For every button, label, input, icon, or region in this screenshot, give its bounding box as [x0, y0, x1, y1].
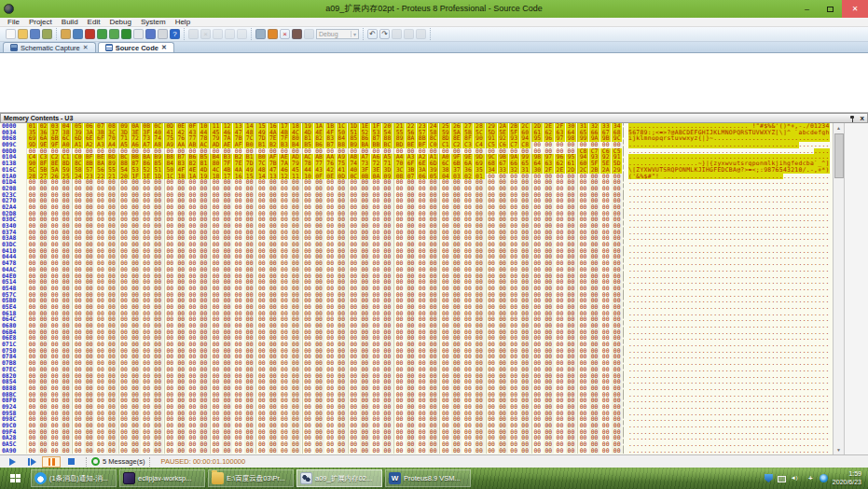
start-button[interactable] [3, 468, 28, 489]
taskbar-item-label: Proteus8.9 VSM... [404, 474, 461, 482]
memory-ascii: ........................................… [628, 273, 832, 280]
menu-item-edit[interactable]: Edit [83, 18, 105, 27]
memory-ascii: ........................................… [628, 398, 832, 404]
messages-label[interactable]: 5 Message(s) [103, 457, 145, 466]
gerber-viewer-icon[interactable] [109, 29, 119, 39]
clock[interactable]: 1:59 2020/6/23 [833, 470, 861, 486]
taskbar-item-4[interactable]: a09_扩展内存02... [296, 469, 382, 487]
memory-byte: 00 [462, 448, 473, 454]
tab-close-icon[interactable]: ✕ [83, 44, 89, 51]
memory-scrollbar[interactable]: ▲ ▼ [833, 123, 844, 454]
step-icon [28, 458, 36, 466]
home-icon[interactable] [61, 29, 71, 39]
pcb-layout-icon[interactable] [85, 29, 95, 39]
taskbar-item-2[interactable]: eclipjav-worksp... [119, 469, 205, 487]
memory-ascii: ........................................… [628, 286, 832, 292]
taskbar-item-1[interactable]: (1条消息)通知-消... [31, 469, 117, 487]
redo-icon[interactable]: ↷ [379, 29, 390, 39]
memory-ascii: ........................................… [628, 323, 832, 329]
memory-byte: 00 [474, 448, 484, 454]
menu-item-build[interactable]: Build [57, 18, 83, 27]
clean-icon[interactable]: × [280, 29, 290, 39]
memory-ascii: ........................................… [628, 354, 832, 360]
memory-byte: 00 [187, 448, 198, 454]
memory-byte: 00 [428, 448, 438, 454]
memory-ascii: ........................................… [628, 242, 832, 248]
stop-button[interactable] [62, 456, 80, 468]
step-button[interactable] [22, 456, 41, 468]
memory-ascii: ........................................… [628, 217, 832, 223]
project-group: × [185, 28, 252, 40]
network-icon[interactable] [778, 476, 786, 482]
tab-schematic-capture[interactable]: Schematic Capture✕ [3, 42, 96, 52]
pin-icon[interactable] [849, 115, 857, 122]
memory-ascii: ........................................… [628, 441, 832, 448]
save-project-icon[interactable] [30, 29, 40, 39]
debug-group: ×Debug▾ [252, 28, 364, 40]
erc-icon[interactable] [145, 29, 156, 39]
scrollbar-thumb[interactable] [834, 133, 844, 178]
notes-icon[interactable] [158, 29, 168, 39]
schematic-capture-icon[interactable] [73, 29, 83, 39]
memory-ascii: ........................................… [628, 367, 832, 373]
menu-item-debug[interactable]: Debug [104, 18, 136, 27]
window-controls: – ✕ [795, 0, 868, 18]
memory-byte: 00 [95, 448, 105, 454]
pause-button[interactable] [42, 456, 61, 468]
memory-ascii: ........................................… [628, 404, 832, 411]
memory-row: 0A90000000000000000000000000000000000000… [0, 448, 833, 454]
memory-byte: 00 [233, 448, 243, 454]
maximize-button[interactable] [819, 0, 842, 18]
open-project-icon[interactable] [18, 29, 28, 39]
memory-ascii: 56789:;<=>?@ABCDEFGHIJKLMNOPQRSTUVWXYZ[\… [628, 130, 832, 136]
design-explorer-icon[interactable] [121, 29, 131, 39]
build-timestamp-icon[interactable] [268, 29, 278, 39]
security-icon[interactable] [820, 474, 828, 482]
tab-source-code[interactable]: Source Code✕ [98, 42, 174, 52]
source-code-editor[interactable] [0, 53, 868, 113]
menu-item-project[interactable]: Project [24, 18, 57, 27]
memory-ascii: ijklmnopqrstuvwxyz{|}~..................… [628, 135, 832, 142]
windows-logo-icon [10, 474, 21, 482]
taskbar-item-3[interactable]: E:\百度云盘03\Pr... [208, 469, 294, 487]
memory-ascii: ........................................… [628, 248, 832, 255]
minimize-button[interactable]: – [795, 0, 819, 18]
memory-ascii: ........................................… [628, 342, 832, 348]
input-method-icon[interactable]: + [806, 474, 815, 482]
new-project-icon[interactable] [6, 29, 16, 39]
memory-ascii: ........................................… [628, 154, 832, 161]
scroll-down-icon[interactable]: ▼ [834, 445, 845, 454]
volume-icon[interactable]: ◄) [791, 474, 802, 482]
chip-debug-icon[interactable] [292, 29, 302, 39]
bom-icon[interactable] [133, 29, 144, 39]
shield-icon[interactable] [765, 474, 773, 482]
help-icon[interactable]: ? [170, 29, 180, 39]
memory-panel-close-icon[interactable]: x [861, 115, 864, 122]
copy-icon [404, 29, 414, 39]
taskbar-item-5[interactable]: WProteus8.9 VSM... [385, 469, 471, 487]
memory-ascii: ........................................… [628, 235, 832, 242]
undo-icon[interactable]: ↶ [367, 29, 378, 39]
system-tray: ◄)+ 1:59 2020/6/23 [765, 470, 865, 486]
memory-ascii: ('&%$#"! ...............................… [628, 174, 832, 180]
memory-byte: 00 [393, 448, 405, 454]
close-button[interactable]: ✕ [842, 0, 868, 18]
import-project-icon[interactable] [42, 29, 52, 39]
menu-item-system[interactable]: System [136, 18, 171, 27]
memory-byte: 00 [84, 448, 94, 454]
3d-visualizer-icon[interactable] [97, 29, 107, 39]
memory-byte: 00 [589, 448, 599, 454]
memory-ascii: ........................................… [628, 304, 832, 311]
menu-item-file[interactable]: File [3, 18, 24, 27]
memory-ascii: ........................................… [628, 392, 832, 398]
memory-byte: 00 [600, 448, 611, 454]
rebuild-icon[interactable] [255, 29, 266, 39]
memory-byte: 00 [555, 448, 565, 454]
proteus-icon [300, 472, 312, 484]
tab-close-icon[interactable]: ✕ [161, 44, 167, 51]
scroll-up-icon[interactable]: ▲ [834, 123, 845, 133]
memory-byte: 00 [371, 448, 381, 454]
memory-byte: 00 [244, 448, 255, 454]
menu-item-help[interactable]: Help [171, 18, 195, 27]
play-button[interactable] [3, 456, 21, 468]
